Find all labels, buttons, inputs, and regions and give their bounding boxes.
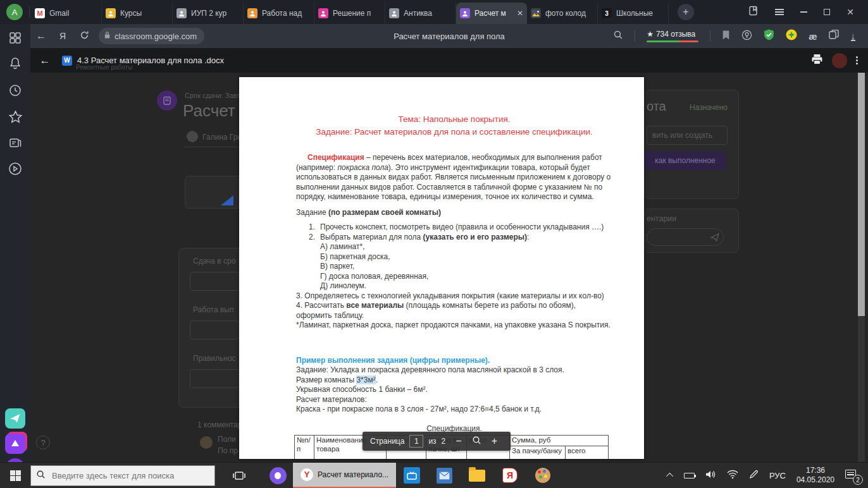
- translator-icon[interactable]: æ: [809, 31, 817, 42]
- battery-icon[interactable]: [684, 473, 695, 479]
- bookmark-flag-icon[interactable]: [722, 30, 730, 42]
- protect-shield-icon[interactable]: [764, 29, 774, 43]
- doc-text: Выбрать материал для пола: [320, 233, 423, 241]
- pen-input-icon[interactable]: [749, 470, 759, 482]
- dim-due-date: Срок сдачи: Завт: [185, 92, 240, 99]
- history-clock-icon[interactable]: [8, 83, 23, 98]
- tab-gmail[interactable]: M Gmail: [31, 3, 102, 24]
- video-play-icon[interactable]: [8, 161, 23, 176]
- yandex-browser-icon: Y: [301, 468, 313, 481]
- doc-text-bold: (по размерам своей комнаты): [328, 208, 441, 217]
- dim-commenter-name: Поли: [218, 435, 236, 444]
- yandex-button[interactable]: Я: [52, 31, 73, 41]
- tab-iup[interactable]: ИУП 2 кур: [173, 3, 244, 24]
- tab-label: Расчет м: [474, 9, 514, 18]
- refresh-icon[interactable]: [73, 30, 95, 42]
- paint-app-button[interactable]: [526, 463, 559, 488]
- file-explorer-button[interactable]: [461, 463, 493, 488]
- downloads-icon[interactable]: ↓: [851, 32, 856, 41]
- windows-taskbar: Y Расчет материало... Я РУС 17:36 04.05.…: [0, 462, 868, 488]
- clock[interactable]: 17:36 04.05.2020: [797, 466, 834, 485]
- dim-attachment-card: [185, 176, 239, 209]
- language-indicator[interactable]: РУС: [769, 471, 786, 480]
- assignment-icon: [157, 90, 177, 111]
- doc-option-a: А) ламинат*,: [320, 242, 612, 252]
- word-file-icon: W: [62, 56, 72, 66]
- more-options-icon[interactable]: [856, 56, 858, 64]
- maximize-button[interactable]: [824, 9, 830, 15]
- active-task-yandex-browser[interactable]: Y Расчет материало...: [293, 463, 396, 488]
- zoom-in-button[interactable]: +: [492, 436, 497, 447]
- site-rating-badge[interactable]: ★ 734 отзыва: [647, 30, 698, 42]
- plus-points-icon[interactable]: [786, 29, 797, 43]
- tab-kursy[interactable]: Курсы: [102, 3, 173, 24]
- collections-icon[interactable]: [829, 30, 840, 42]
- tab-raschet-active[interactable]: Расчет м ✕: [456, 3, 527, 24]
- account-avatar[interactable]: [832, 53, 847, 68]
- viewer-back-button[interactable]: ←: [30, 54, 59, 67]
- doc-text-bold: все материалы: [346, 301, 404, 310]
- mail-app-button[interactable]: [428, 463, 461, 488]
- close-window-button[interactable]: ✕: [846, 7, 854, 17]
- dim-comments-card: ентарии: [644, 209, 739, 253]
- search-input[interactable]: [51, 470, 196, 481]
- doc-spec-term: Спецификация: [307, 153, 364, 162]
- dim-mark-done-label: как выполненное: [655, 156, 716, 165]
- taskbar-search[interactable]: [30, 465, 215, 486]
- profile-avatar[interactable]: А: [6, 4, 23, 20]
- tab-foto[interactable]: фото колод: [527, 3, 598, 24]
- document-body: Тема: Напольные покрытия. Задание: Расче…: [296, 113, 612, 434]
- tv-app-button[interactable]: [396, 463, 428, 488]
- advisor-lightbulb-icon[interactable]: [741, 30, 752, 43]
- back-button[interactable]: ←: [30, 30, 52, 42]
- print-icon[interactable]: [811, 54, 823, 68]
- tableau-grid-icon[interactable]: [8, 30, 23, 46]
- page-scrollbar[interactable]: [858, 73, 865, 462]
- doc-text: Размер комнаты: [296, 375, 356, 384]
- tab-close-icon[interactable]: ✕: [517, 9, 523, 18]
- doc-step-2: 2.Выбрать материал для пола (указать его…: [309, 233, 612, 243]
- doc-heading-line1: Тема: Напольные покрытия.: [296, 113, 612, 126]
- tab-label: Работа над: [262, 9, 310, 18]
- doc-num: 2.: [309, 233, 320, 243]
- feed-icon[interactable]: [8, 135, 23, 150]
- menu-icon[interactable]: [775, 8, 784, 16]
- tab-reshenie[interactable]: Решение п: [314, 3, 385, 24]
- find-on-page-icon[interactable]: [613, 30, 623, 42]
- zoom-magnifier-icon[interactable]: [472, 436, 481, 447]
- alice-assistant-button[interactable]: [263, 463, 293, 488]
- scrollbar-thumb[interactable]: [858, 73, 865, 316]
- task-view-button[interactable]: [215, 463, 263, 488]
- new-tab-button[interactable]: +: [678, 4, 694, 20]
- doc-option-b: Б) паркетная доска,: [320, 252, 612, 262]
- minimize-button[interactable]: [800, 11, 807, 13]
- url-text: classroom.google.com: [115, 32, 197, 41]
- zoom-out-button[interactable]: −: [456, 436, 461, 447]
- tray-time: 17:36: [806, 466, 825, 475]
- bookmarks-panel-icon[interactable]: [748, 6, 759, 18]
- action-center-button[interactable]: 2: [845, 470, 859, 481]
- rating-text: 734 отзыва: [656, 30, 695, 39]
- doc-text: 4. Рассчитать: [296, 301, 346, 310]
- tab-antikva[interactable]: Антиква: [385, 3, 456, 24]
- volume-icon[interactable]: [705, 470, 716, 482]
- number-favicon: 3: [602, 8, 612, 18]
- tray-expand-chevron-icon[interactable]: [666, 473, 673, 480]
- wifi-icon[interactable]: [727, 470, 738, 481]
- notifications-bell-icon[interactable]: [8, 56, 23, 71]
- windows-logo-icon: [10, 470, 21, 481]
- dim-rubric-1: Сдача в сро: [193, 257, 235, 265]
- purple-app-icon[interactable]: [5, 434, 25, 454]
- send-icon: [710, 233, 719, 241]
- dim-status-assigned: Назначено: [690, 103, 728, 112]
- tab-rabota[interactable]: Работа над: [244, 3, 314, 24]
- tab-shkolnye[interactable]: 3 Школьные: [598, 3, 669, 24]
- page-number-input[interactable]: 1: [409, 435, 423, 448]
- rating-bar-negative: [679, 40, 698, 42]
- bookmarks-star-icon[interactable]: [8, 109, 23, 125]
- start-button[interactable]: [0, 463, 30, 488]
- messenger-icon[interactable]: [5, 408, 25, 429]
- yandex-app-button[interactable]: Я: [493, 463, 526, 488]
- tab-label: Школьные: [616, 9, 664, 18]
- address-bar[interactable]: classroom.google.com: [99, 28, 204, 44]
